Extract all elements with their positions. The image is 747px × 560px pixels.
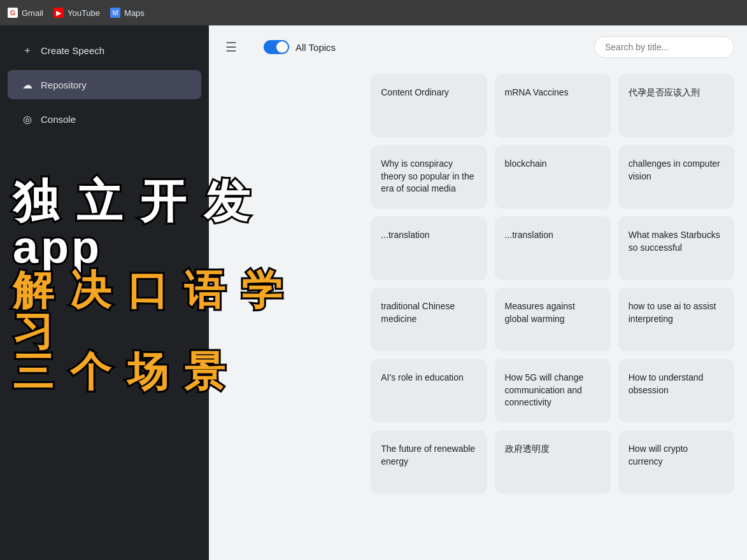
list-item[interactable]: ...translation [495, 216, 611, 280]
browser-bar: G Gmail ▶ YouTube M Maps [0, 0, 747, 25]
maps-label: Maps [124, 8, 145, 18]
list-item[interactable]: Content Ordinary [371, 74, 487, 137]
list-item[interactable]: How to understand obsession [618, 359, 734, 423]
all-topics-toggle[interactable] [264, 40, 289, 54]
list-item[interactable]: mRNA Vaccines [495, 74, 611, 137]
console-icon: ◎ [20, 112, 34, 126]
gmail-label: Gmail [22, 8, 43, 18]
list-item[interactable]: challenges in computer vision [618, 145, 734, 209]
console-label: Console [41, 114, 76, 125]
main-layout: ＋ Create Speech ☁ Repository ◎ Console ☰… [0, 25, 747, 560]
maps-icon: M [110, 8, 120, 18]
list-item[interactable]: ...translation [371, 216, 487, 280]
content-topbar: ☰ All Topics [209, 25, 747, 69]
create-speech-label: Create Speech [41, 45, 104, 56]
maps-tab[interactable]: M Maps [110, 8, 145, 18]
list-item[interactable]: Why is conspiracy theory so popular in t… [371, 145, 487, 209]
repository-label: Repository [41, 80, 87, 90]
youtube-icon: ▶ [53, 8, 64, 18]
list-item[interactable]: 代孕是否应该入刑 [618, 74, 734, 137]
list-item[interactable]: How will crypto currency [618, 430, 734, 494]
youtube-label: YouTube [68, 8, 100, 18]
create-speech-button[interactable]: ＋ Create Speech [8, 36, 201, 65]
list-item[interactable]: traditional Chinese medicine [371, 288, 487, 351]
youtube-tab[interactable]: ▶ YouTube [53, 8, 100, 18]
list-item[interactable]: What makes Starbucks so successful [618, 216, 734, 280]
cloud-icon: ☁ [20, 78, 34, 92]
all-topics-label: All Topics [295, 42, 336, 53]
hamburger-button[interactable]: ☰ [222, 36, 241, 59]
list-item[interactable]: The future of renewable energy [371, 430, 487, 494]
search-input[interactable] [594, 36, 734, 58]
content-area: ☰ All Topics Content Ordinary mRNA Vacci… [209, 25, 747, 560]
sidebar-item-repository[interactable]: ☁ Repository [8, 70, 201, 99]
list-item[interactable]: Measures against global warming [495, 288, 611, 351]
list-item[interactable]: 政府透明度 [495, 430, 611, 494]
cards-grid: Content Ordinary mRNA Vaccines 代孕是否应该入刑 … [209, 69, 747, 507]
sidebar-item-console[interactable]: ◎ Console [8, 104, 201, 134]
list-item[interactable]: AI's role in education [371, 359, 487, 423]
toggle-container: All Topics [264, 40, 336, 54]
toggle-thumb [276, 41, 288, 53]
gmail-icon: G [8, 8, 18, 18]
gmail-tab[interactable]: G Gmail [8, 8, 43, 18]
sidebar: ＋ Create Speech ☁ Repository ◎ Console [0, 25, 209, 560]
list-item[interactable]: blockchain [495, 145, 611, 209]
list-item[interactable]: how to use ai to assist interpreting [618, 288, 734, 351]
plus-icon: ＋ [20, 43, 34, 57]
list-item[interactable]: How 5G will change communication and con… [495, 359, 611, 423]
